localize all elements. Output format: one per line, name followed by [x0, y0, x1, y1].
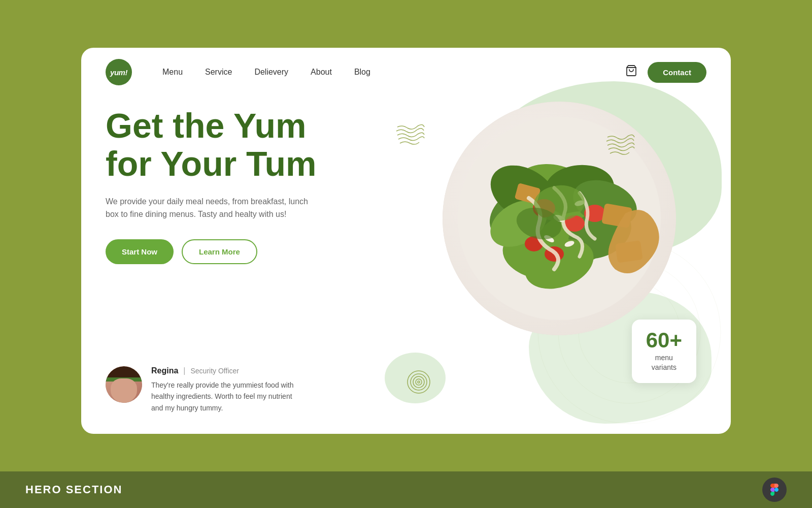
- testimonial-role: Security Officer: [191, 367, 239, 375]
- testimonial-divider: |: [183, 366, 185, 375]
- testimonial-name-row: Regina | Security Officer: [151, 366, 369, 375]
- testimonial: Regina | Security Officer They're really…: [106, 366, 369, 414]
- nav-actions: Contact: [625, 62, 706, 83]
- plate-inner: [443, 102, 676, 335]
- hero-subtext: We provide your daily meal needs, from b…: [106, 195, 309, 221]
- stats-label: menu variants: [646, 353, 682, 373]
- doodle-spiral: [405, 368, 433, 398]
- testimonial-info: Regina | Security Officer They're really…: [151, 366, 369, 414]
- nav-item-about[interactable]: About: [311, 68, 332, 77]
- doodle-lines-2: [605, 132, 635, 160]
- bottom-bar: HERO SECTION: [0, 471, 812, 508]
- doodle-lines-1: [395, 122, 425, 149]
- food-plate: [443, 102, 676, 335]
- logo-badge: yum!: [106, 59, 132, 85]
- hero-headline: Get the Yum for Your Tum: [106, 107, 369, 183]
- testimonial-text: They're really provide the yummiest food…: [151, 379, 303, 414]
- hero-card: yum! Menu Service Delievery About Blog: [81, 48, 731, 434]
- testimonial-name: Regina: [151, 366, 178, 375]
- start-now-button[interactable]: Start Now: [106, 239, 174, 264]
- nav-item-menu[interactable]: Menu: [162, 68, 183, 77]
- nav-item-service[interactable]: Service: [205, 68, 232, 77]
- nav-item-delivery[interactable]: Delievery: [254, 68, 288, 77]
- logo-text: yum!: [110, 68, 127, 77]
- left-panel: Get the Yum for Your Tum We provide your…: [106, 97, 369, 414]
- bottom-bar-label: HERO SECTION: [25, 483, 122, 496]
- stats-card: 60+ menu variants: [632, 320, 696, 383]
- nav-item-blog[interactable]: Blog: [354, 68, 370, 77]
- learn-more-button[interactable]: Learn More: [182, 239, 257, 264]
- right-panel: 60+ menu variants: [369, 97, 706, 414]
- svg-point-5: [418, 381, 420, 383]
- avatar: [106, 366, 142, 403]
- hero-content: Get the Yum for Your Tum We provide your…: [81, 97, 731, 434]
- figma-icon: [762, 478, 787, 502]
- nav-links: Menu Service Delievery About Blog: [162, 68, 625, 77]
- cta-buttons: Start Now Learn More: [106, 239, 369, 264]
- svg-point-4: [416, 379, 422, 385]
- cart-icon[interactable]: [625, 65, 637, 80]
- navbar: yum! Menu Service Delievery About Blog: [81, 48, 731, 97]
- logo[interactable]: yum!: [106, 59, 132, 85]
- contact-button[interactable]: Contact: [648, 62, 706, 83]
- svg-point-3: [413, 376, 424, 388]
- stats-number: 60+: [646, 330, 682, 351]
